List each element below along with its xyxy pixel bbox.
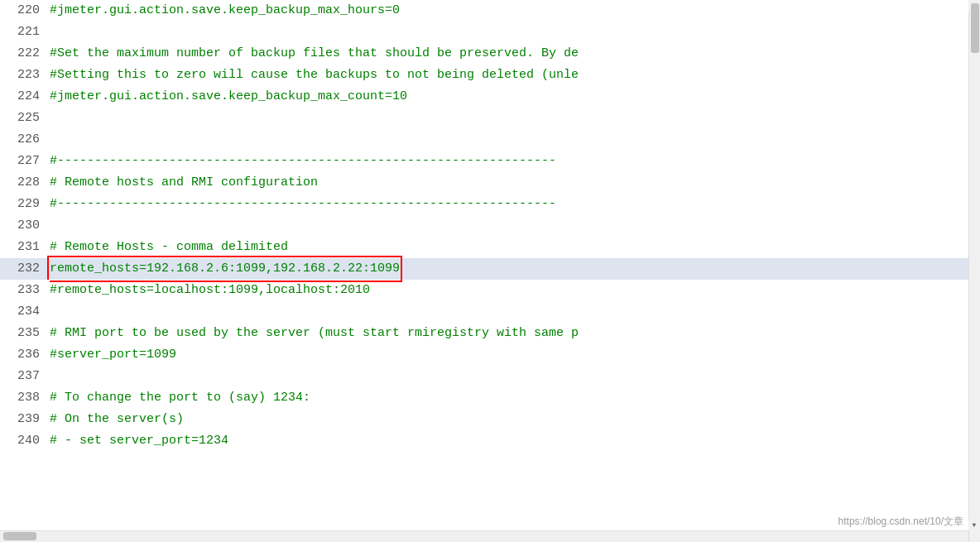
line-content-238: # To change the port to (say) 1234:	[50, 387, 310, 409]
scrollbar-thumb-vertical[interactable]	[971, 3, 979, 53]
line-number-234: 234	[0, 301, 50, 323]
line-number-224: 224	[0, 86, 50, 108]
line-number-239: 239	[0, 409, 50, 430]
horizontal-scrollbar[interactable]	[0, 530, 968, 542]
line-number-240: 240	[0, 430, 50, 452]
line-number-230: 230	[0, 215, 50, 237]
scroll-down-arrow[interactable]: ▼	[968, 519, 980, 530]
line-content-222: #Set the maximum number of backup files …	[50, 43, 579, 65]
line-content-229: #---------------------------------------…	[50, 194, 556, 215]
line-content-228: # Remote hosts and RMI configuration	[50, 172, 318, 194]
watermark: https://blog.csdn.net/10/文章	[838, 515, 963, 529]
code-line-225: 225	[0, 108, 980, 129]
code-line-224: 224#jmeter.gui.action.save.keep_backup_m…	[0, 86, 980, 108]
code-line-223: 223#Setting this to zero will cause the …	[0, 65, 980, 86]
line-content-223: #Setting this to zero will cause the bac…	[50, 65, 579, 86]
line-number-228: 228	[0, 172, 50, 194]
code-area: 220#jmeter.gui.action.save.keep_backup_m…	[0, 0, 980, 542]
code-line-237: 237	[0, 366, 980, 387]
code-line-231: 231# Remote Hosts - comma delimited	[0, 237, 980, 258]
line-content-239: # On the server(s)	[50, 409, 184, 430]
code-line-222: 222#Set the maximum number of backup fil…	[0, 43, 980, 65]
code-line-228: 228# Remote hosts and RMI configuration	[0, 172, 980, 194]
line-number-235: 235	[0, 323, 50, 344]
code-line-232: 232remote_hosts=192.168.2.6:1099,192.168…	[0, 258, 980, 280]
line-number-223: 223	[0, 65, 50, 86]
line-content-233: #remote_hosts=localhost:1099,localhost:2…	[50, 280, 370, 301]
code-line-226: 226	[0, 129, 980, 151]
line-number-231: 231	[0, 237, 50, 258]
line-number-232: 232	[0, 258, 50, 280]
line-number-229: 229	[0, 194, 50, 215]
line-number-236: 236	[0, 344, 50, 366]
code-line-238: 238# To change the port to (say) 1234:	[0, 387, 980, 409]
line-content-231: # Remote Hosts - comma delimited	[50, 237, 288, 258]
code-line-230: 230	[0, 215, 980, 237]
code-line-235: 235# RMI port to be used by the server (…	[0, 323, 980, 344]
code-line-234: 234	[0, 301, 980, 323]
vertical-scrollbar[interactable]: ▲ ▼	[968, 0, 980, 542]
line-number-238: 238	[0, 387, 50, 409]
line-content-220: #jmeter.gui.action.save.keep_backup_max_…	[50, 0, 400, 22]
line-number-220: 220	[0, 0, 50, 22]
code-line-239: 239# On the server(s)	[0, 409, 980, 430]
code-line-236: 236#server_port=1099	[0, 344, 980, 366]
code-line-221: 221	[0, 22, 980, 43]
line-content-224: #jmeter.gui.action.save.keep_backup_max_…	[50, 86, 407, 108]
line-number-225: 225	[0, 108, 50, 129]
code-line-233: 233#remote_hosts=localhost:1099,localhos…	[0, 280, 980, 301]
line-number-226: 226	[0, 129, 50, 151]
line-content-240: # - set server_port=1234	[50, 430, 228, 452]
line-number-221: 221	[0, 22, 50, 43]
line-number-222: 222	[0, 43, 50, 65]
code-line-220: 220#jmeter.gui.action.save.keep_backup_m…	[0, 0, 980, 22]
line-number-237: 237	[0, 366, 50, 387]
line-content-232: remote_hosts=192.168.2.6:1099,192.168.2.…	[50, 258, 400, 280]
line-content-236: #server_port=1099	[50, 344, 176, 366]
code-line-227: 227#------------------------------------…	[0, 151, 980, 172]
line-number-227: 227	[0, 151, 50, 172]
line-number-233: 233	[0, 280, 50, 301]
code-line-240: 240# - set server_port=1234	[0, 430, 980, 452]
editor-container: 220#jmeter.gui.action.save.keep_backup_m…	[0, 0, 980, 542]
line-content-235: # RMI port to be used by the server (mus…	[50, 323, 579, 344]
code-line-229: 229#------------------------------------…	[0, 194, 980, 215]
scrollbar-thumb-horizontal[interactable]	[3, 532, 36, 540]
line-content-227: #---------------------------------------…	[50, 151, 556, 172]
